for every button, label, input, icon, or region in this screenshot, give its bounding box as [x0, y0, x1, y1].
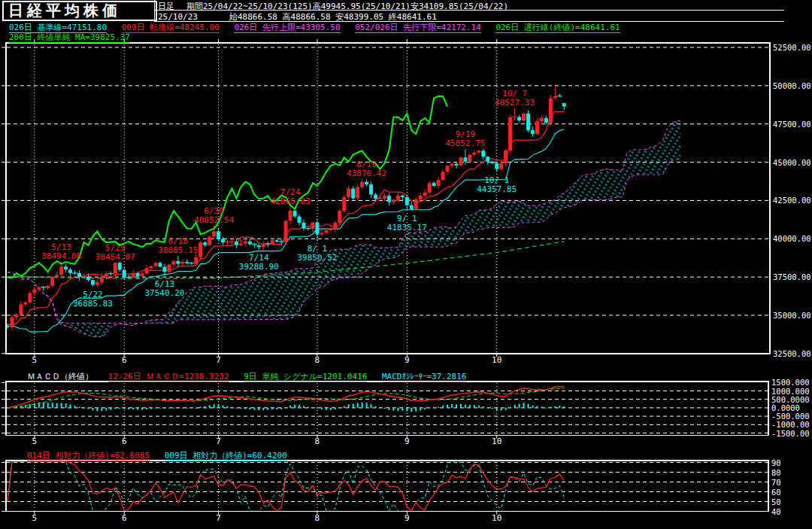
month-label: 8	[315, 513, 320, 523]
ichimoku-legend-row: 026日 基準線=47151.80 009日 転換線=48245.00 026日…	[9, 23, 630, 33]
month-label: 5	[32, 436, 38, 446]
main-axis-label: 47500.00	[773, 120, 811, 129]
macd-axis-label: 0.0000	[771, 403, 800, 412]
swing-high-value: 45852.75	[445, 138, 485, 148]
swing-high-value: 38885.15	[158, 245, 198, 255]
instrument-title: 日経平均株価	[2, 1, 157, 21]
rsi-legend-14: 014日 相対力（終値)=62.6085	[27, 451, 150, 461]
macd-signal-line	[8, 388, 564, 408]
swing-high-value: 40852.54	[194, 215, 234, 225]
quote-date: 25/10/23	[158, 12, 198, 22]
ma-legend-row: 200日 終値単純 MA=39825.37	[9, 32, 140, 43]
month-label: 10	[492, 436, 501, 446]
rsi-axis-label: 50	[771, 497, 781, 506]
legend-senko-lower: 052/026日 先行下限=42172.14	[355, 23, 481, 33]
swing-high-value: 38494.08	[41, 251, 81, 261]
swing-low-value: 36885.83	[73, 299, 113, 309]
month-label: 9	[404, 355, 410, 365]
month-label: 7	[216, 513, 221, 523]
rsi-legend-row: 014日 相対力（終値)=62.6085 009日 相対力（終値)=60.420…	[27, 451, 297, 461]
main-axis-label: 42500.00	[773, 196, 811, 205]
macd-legend-row: ＭＡＣＤ（終値） 12-26日 ＭＡＣＤ=1238.3232 9日 単純 シグナ…	[27, 372, 476, 382]
rsi-axis-label: 90	[771, 458, 781, 467]
swing-low-value: 41835.17	[387, 223, 427, 233]
period-range-label: 期間25/04/22~25/10/23(125)高49945.95(25/10/…	[186, 2, 508, 11]
timeframe-label: 日足	[158, 1, 174, 12]
legend-senko-upper: 026日 先行上限=43305.50	[234, 23, 340, 33]
macd-legend-signal: 9日 単純 シグナル=1201.0416	[244, 372, 367, 382]
swing-low-value: 39850.52	[297, 253, 337, 263]
main-axis-label: 52500.00	[773, 43, 811, 52]
month-label: 8	[315, 436, 320, 446]
macd-axis-label: 500.0000	[771, 395, 810, 404]
month-label: 6	[122, 436, 127, 446]
legend-ma200: 200日 終値単純 MA=39825.37	[9, 33, 130, 43]
month-label: 5	[32, 513, 38, 523]
charts-svg: 52500.0050000.0047500.0045000.0042500.00…	[0, 0, 812, 529]
macd-axis-label: -1500.00	[771, 429, 810, 438]
macd-legend-title: ＭＡＣＤ（終値）	[27, 372, 93, 382]
month-label: 8	[315, 355, 320, 365]
macd-axis-label: 1500.000	[771, 378, 810, 387]
legend-lagging: 026日 遅行線(終値)=48641.61	[495, 23, 620, 33]
rsi-axis-label: 60	[771, 488, 781, 497]
main-axis-label: 32500.00	[773, 349, 811, 358]
month-label: 5	[32, 355, 38, 365]
header-period-row: 日足期間25/04/22~25/10/23(125)高49945.95(25/1…	[158, 1, 508, 12]
swing-low-value: 44357.85	[477, 184, 517, 194]
main-axis-label: 35000.00	[773, 311, 811, 320]
month-label: 7	[216, 436, 221, 446]
month-label: 9	[404, 513, 410, 523]
macd-legend-macd: 12-26日 ＭＡＣＤ=1238.3232	[108, 372, 229, 382]
macd-legend-oscillator: MACDｵｼﾚｰﾀｰ=37.2816	[382, 372, 466, 382]
swing-high-value: 48527.33	[495, 98, 535, 108]
month-label: 6	[122, 355, 127, 365]
rsi-axis-label: 80	[771, 468, 781, 477]
month-label: 10	[492, 355, 501, 365]
month-label: 9	[404, 436, 410, 446]
macd-axis-label: -1000.00	[771, 420, 810, 429]
rsi-legend-9: 009日 相対力（終値)=60.4200	[165, 451, 287, 461]
swing-high-value: 43876.42	[347, 169, 386, 178]
swing-high-value: 42065.83	[271, 196, 311, 206]
month-label: 7	[216, 355, 221, 365]
main-axis-label: 37500.00	[773, 272, 811, 281]
rsi-axis-label: 40	[771, 507, 781, 516]
month-label: 6	[122, 513, 127, 523]
macd-axis-label: -500.000	[771, 412, 810, 421]
swing-low-value: 39288.90	[239, 262, 279, 272]
main-axis-label: 50000.00	[773, 81, 811, 90]
swing-high-value: 38454.07	[95, 252, 135, 262]
rsi-axis-label: 70	[771, 478, 781, 487]
chart-application-window: 52500.0050000.0047500.0045000.0042500.00…	[0, 0, 812, 529]
month-label: 10	[492, 513, 501, 523]
main-axis-label: 45000.00	[773, 158, 811, 167]
swing-low-value: 37540.20	[144, 288, 184, 298]
macd-axis-label: 1000.000	[771, 387, 810, 396]
macd-line	[8, 387, 564, 408]
main-axis-label: 40000.00	[773, 234, 811, 243]
header-quote-row: 25/10/23始48866.58 高48866.58 安48399.05 終4…	[158, 11, 437, 23]
header-divider-vertical	[154, 0, 155, 22]
quote-ohlc: 始48866.58 高48866.58 安48399.05 終48641.61	[229, 12, 437, 22]
macd-histogram	[7, 403, 565, 412]
